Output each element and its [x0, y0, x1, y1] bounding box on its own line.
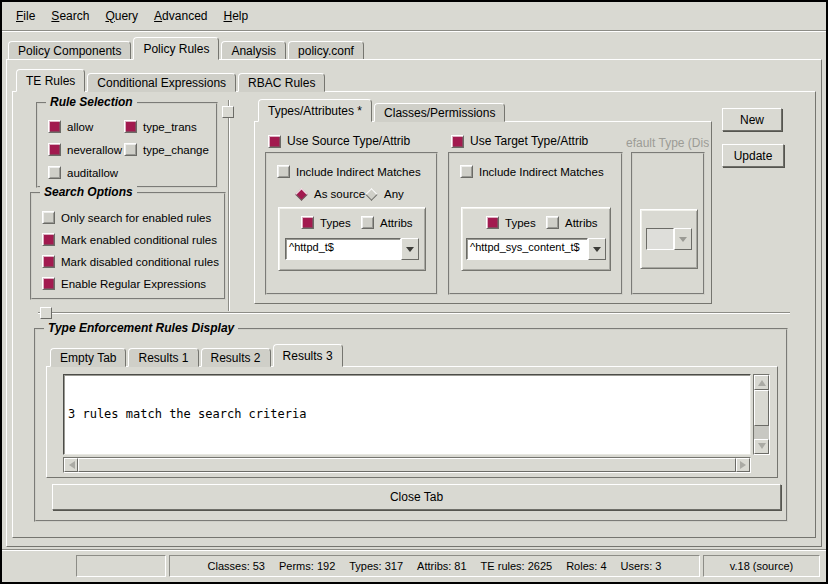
source-indirect-checkbox[interactable] [277, 165, 290, 178]
use-target-option[interactable]: Use Target Type/Attrib [451, 134, 588, 148]
any-radio-option[interactable]: Any [365, 188, 404, 200]
target-attribs-option[interactable]: Attribs [546, 216, 598, 229]
menu-help[interactable]: Help [223, 9, 248, 23]
tab-results-2[interactable]: Results 2 [201, 348, 271, 367]
regex-option[interactable]: Enable Regular Expressions [42, 277, 206, 290]
type-trans-option[interactable]: type_trans [124, 120, 197, 133]
target-indirect-option[interactable]: Include Indirect Matches [460, 165, 604, 178]
horizontal-sash [38, 312, 790, 314]
neverallow-option[interactable]: neverallow [48, 143, 122, 156]
horizontal-scrollbar[interactable] [63, 457, 751, 473]
te-tab-bar: TE Rules Conditional Expressions RBAC Ru… [16, 69, 327, 92]
type-trans-checkbox[interactable] [124, 120, 137, 133]
close-tab-button[interactable]: Close Tab [52, 484, 781, 510]
target-indirect-checkbox[interactable] [460, 165, 473, 178]
source-type-combo: ^httpd_t$ [285, 238, 419, 260]
ta-tab-bar: Types/Attributes * Classes/Permissions [258, 100, 507, 122]
stat-types: Types: 317 [349, 560, 403, 572]
tab-rbac-rules[interactable]: RBAC Rules [238, 73, 325, 92]
vertical-scroll-thumb[interactable] [754, 390, 769, 426]
update-button[interactable]: Update [722, 144, 784, 167]
auditallow-checkbox[interactable] [48, 166, 61, 179]
menu-bar: File Search Query Advanced Help [2, 2, 826, 30]
type-change-checkbox[interactable] [124, 143, 137, 156]
vertical-scrollbar[interactable] [753, 374, 770, 455]
mark-enabled-checkbox[interactable] [42, 233, 55, 246]
source-indirect-option[interactable]: Include Indirect Matches [277, 165, 421, 178]
target-types-checkbox[interactable] [486, 216, 499, 229]
tab-policy-conf[interactable]: policy.conf [288, 41, 364, 60]
auditallow-label: auditallow [67, 167, 118, 179]
horizontal-scroll-thumb[interactable] [78, 458, 736, 472]
source-attribs-option[interactable]: Attribs [361, 216, 413, 229]
scroll-up-icon[interactable] [754, 375, 769, 390]
use-source-option[interactable]: Use Source Type/Attrib [268, 134, 410, 148]
stat-perms: Perms: 192 [279, 560, 335, 572]
default-type-group [631, 152, 705, 295]
default-type-label: efault Type (Disa [626, 136, 709, 150]
source-attribs-label: Attribs [380, 217, 413, 229]
allow-option[interactable]: allow [48, 120, 93, 133]
tab-results-3[interactable]: Results 3 [273, 344, 343, 367]
source-attribs-checkbox[interactable] [361, 216, 374, 229]
tab-policy-rules[interactable]: Policy Rules [133, 37, 219, 60]
update-button-label: Update [734, 149, 773, 163]
allow-checkbox[interactable] [48, 120, 61, 133]
mark-disabled-option[interactable]: Mark disabled conditional rules [42, 255, 219, 268]
any-radio[interactable] [365, 188, 378, 201]
tab-te-rules[interactable]: TE Rules [16, 69, 85, 92]
vertical-sash [228, 100, 230, 311]
results-text-area[interactable]: 3 rules match the search criteria (5822)… [63, 374, 751, 455]
source-type-input[interactable]: ^httpd_t$ [285, 238, 401, 260]
target-combo-dropdown-icon[interactable] [588, 238, 606, 260]
menu-file[interactable]: File [16, 9, 35, 23]
stat-attribs: Attribs: 81 [417, 560, 467, 572]
source-combo-dropdown-icon[interactable] [401, 238, 419, 260]
status-panel-version: v.18 (source) [703, 555, 820, 577]
enabled-rules-checkbox[interactable] [42, 211, 55, 224]
target-types-option[interactable]: Types [486, 216, 536, 229]
tab-types-attributes[interactable]: Types/Attributes * [258, 99, 372, 122]
source-types-label: Types [320, 217, 351, 229]
mark-disabled-checkbox[interactable] [42, 255, 55, 268]
status-panel-stats: Classes: 53 Perms: 192 Types: 317 Attrib… [169, 555, 700, 577]
type-change-option[interactable]: type_change [124, 143, 209, 156]
target-group: Include Indirect Matches Types Attribs ^… [448, 152, 623, 295]
scroll-left-icon[interactable] [64, 458, 78, 472]
source-types-checkbox[interactable] [301, 216, 314, 229]
horizontal-sash-handle[interactable] [40, 307, 52, 319]
tab-conditional-expressions[interactable]: Conditional Expressions [87, 73, 236, 92]
mark-enabled-option[interactable]: Mark enabled conditional rules [42, 233, 217, 246]
tab-analysis[interactable]: Analysis [221, 41, 286, 60]
default-type-box [640, 209, 698, 269]
menu-separator [2, 30, 826, 32]
source-types-option[interactable]: Types [301, 216, 351, 229]
use-target-checkbox[interactable] [451, 135, 464, 148]
target-types-label: Types [505, 217, 536, 229]
menu-query[interactable]: Query [105, 9, 138, 23]
tab-classes-permissions[interactable]: Classes/Permissions [374, 103, 505, 122]
results-blank-line [68, 452, 746, 455]
search-options-frame: Search Options Only search for enabled r… [30, 192, 226, 300]
new-button-label: New [740, 113, 764, 127]
vertical-sash-handle[interactable] [222, 106, 234, 118]
regex-checkbox[interactable] [42, 277, 55, 290]
tab-empty[interactable]: Empty Tab [50, 348, 126, 367]
menu-search[interactable]: Search [51, 9, 89, 23]
mark-enabled-label: Mark enabled conditional rules [61, 234, 217, 246]
as-source-radio-option[interactable]: As source [295, 188, 365, 200]
enabled-rules-option[interactable]: Only search for enabled rules [42, 211, 211, 224]
as-source-radio[interactable] [295, 188, 308, 201]
use-source-checkbox[interactable] [268, 135, 281, 148]
scroll-right-icon[interactable] [736, 458, 750, 472]
menu-advanced[interactable]: Advanced [154, 9, 207, 23]
scroll-down-icon[interactable] [754, 439, 769, 454]
tab-results-1[interactable]: Results 1 [128, 348, 198, 367]
tab-policy-components[interactable]: Policy Components [8, 41, 131, 60]
apol-window: File Search Query Advanced Help Policy C… [0, 0, 828, 584]
auditallow-option[interactable]: auditallow [48, 166, 118, 179]
target-type-input[interactable]: ^httpd_sys_content_t$ [466, 238, 588, 260]
new-button[interactable]: New [722, 108, 782, 131]
target-attribs-checkbox[interactable] [546, 216, 559, 229]
neverallow-checkbox[interactable] [48, 143, 61, 156]
